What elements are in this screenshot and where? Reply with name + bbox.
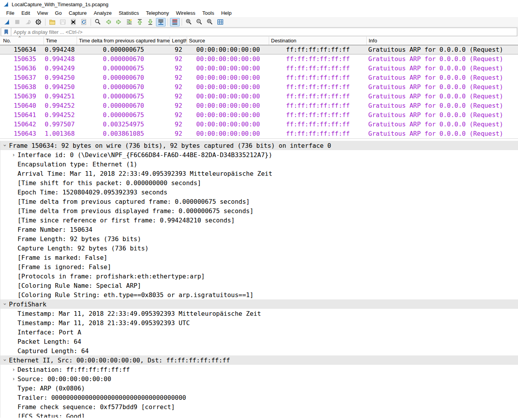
detail-field[interactable]: Packet Length: 64 — [0, 337, 518, 346]
column-header-time[interactable]: Time — [44, 37, 77, 45]
restart-capture-button — [23, 18, 33, 26]
menu-edit[interactable]: Edit — [18, 9, 33, 17]
column-header-length[interactable]: Length — [170, 37, 187, 45]
cell-no: 150635 — [0, 54, 44, 64]
collapsed-arrow-icon[interactable]: › — [10, 374, 17, 383]
close-file-button[interactable] — [68, 18, 78, 26]
column-header-no[interactable]: No. — [0, 37, 44, 45]
detail-text: [Protocols in frame: profishark:eth:ethe… — [17, 273, 205, 280]
toolbar-separator — [182, 19, 182, 26]
detail-text: Timestamp: Mar 11, 2018 22:33:49.0953923… — [17, 310, 261, 317]
display-filter-input[interactable] — [11, 28, 517, 36]
packet-row[interactable]: 1506390.9942510.0000006759200:00:00:00:0… — [0, 92, 518, 101]
go-forward-icon — [116, 19, 122, 25]
detail-text: Frame check sequence: 0xf577bdd9 [correc… — [17, 403, 175, 411]
detail-field[interactable]: Epoch Time: 1520804029.095392393 seconds — [0, 187, 518, 197]
detail-section-header[interactable]: ›Frame 150634: 92 bytes on wire (736 bit… — [0, 141, 518, 150]
go-forward-button[interactable] — [114, 18, 124, 26]
detail-field[interactable]: Timestamp: Mar 11, 2018 22:33:49.0953923… — [0, 309, 518, 318]
collapsed-arrow-icon[interactable]: › — [10, 150, 17, 159]
detail-field[interactable]: Frame Number: 150634 — [0, 225, 518, 234]
expanded-arrow-icon[interactable]: › — [2, 141, 8, 150]
detail-field[interactable]: [Frame is ignored: False] — [0, 262, 518, 271]
resize-columns-button[interactable] — [215, 18, 225, 26]
capture-options-button[interactable] — [33, 18, 43, 26]
find-packet-button[interactable] — [93, 18, 103, 26]
menu-go[interactable]: Go — [51, 9, 65, 17]
detail-field[interactable]: Capture Length: 92 bytes (736 bits) — [0, 243, 518, 253]
cell-length: 92 — [170, 54, 187, 64]
detail-field[interactable]: [Frame is marked: False] — [0, 253, 518, 262]
menu-view[interactable]: View — [33, 9, 51, 17]
detail-field[interactable]: [Time delta from previous captured frame… — [0, 197, 518, 206]
packet-row[interactable]: 1506350.9942480.0000006709200:00:00:00:0… — [0, 54, 518, 64]
detail-field[interactable]: Arrival Time: Mar 11, 2018 22:33:49.0953… — [0, 169, 518, 178]
packet-row[interactable]: 1506410.9942520.0000006759200:00:00:00:0… — [0, 110, 518, 120]
detail-field[interactable]: Encapsulation type: Ethernet (1) — [0, 159, 518, 169]
menu-help[interactable]: Help — [218, 9, 235, 17]
go-back-button[interactable] — [103, 18, 113, 26]
detail-field[interactable]: Interface: Port A — [0, 327, 518, 337]
detail-text: Packet Length: 64 — [17, 338, 81, 345]
collapsed-arrow-icon[interactable]: › — [10, 365, 17, 374]
cell-info: Gratuitous ARP for 0.0.0.0 (Request) — [367, 82, 518, 92]
detail-section-header[interactable]: ›Ethernet II, Src: 00:00:00:00:00:00, Ds… — [0, 355, 518, 365]
menu-file[interactable]: File — [3, 9, 18, 17]
filter-bar — [0, 27, 518, 37]
detail-section-header[interactable]: ›ProfiShark — [0, 299, 518, 309]
column-header-destination[interactable]: Destination — [269, 37, 367, 45]
detail-field[interactable]: [Time delta from previous displayed fram… — [0, 206, 518, 215]
detail-field[interactable]: [Time since reference or first frame: 0.… — [0, 215, 518, 225]
window-title: LocalCapture_With_Timestamp_1s.pcapng — [12, 2, 108, 7]
packet-row[interactable]: 1506360.9942490.0000006759200:00:00:00:0… — [0, 64, 518, 73]
open-file-button[interactable] — [47, 18, 57, 26]
detail-field[interactable]: Trailer: 0000000000000000000000000000000… — [0, 393, 518, 402]
auto-scroll-button[interactable] — [156, 18, 166, 26]
menu-wireless[interactable]: Wireless — [172, 9, 199, 17]
detail-field[interactable]: Type: ARP (0x0806) — [0, 383, 518, 393]
detail-field[interactable]: [Coloring Rule String: eth.type==0x8035 … — [0, 290, 518, 299]
detail-field[interactable]: Timestamp: Mar 11, 2018 21:33:49.0953923… — [0, 318, 518, 327]
go-last-packet-button[interactable] — [145, 18, 155, 26]
packet-row[interactable]: 1506380.9942500.0000006709200:00:00:00:0… — [0, 82, 518, 92]
detail-text: Timestamp: Mar 11, 2018 21:33:49.0953923… — [17, 319, 190, 327]
colorize-packets-button[interactable] — [170, 18, 180, 26]
detail-field[interactable]: ›Interface id: 0 (\Device\NPF_{F6C66D84-… — [0, 150, 518, 159]
go-to-packet-button[interactable] — [124, 18, 134, 26]
zoom-out-button[interactable] — [194, 18, 204, 26]
detail-field[interactable]: Captured Length: 64 — [0, 346, 518, 355]
detail-field[interactable]: Frame Length: 92 bytes (736 bits) — [0, 234, 518, 243]
packet-row[interactable]: 1506400.9942520.0000006709200:00:00:00:0… — [0, 101, 518, 110]
column-header-info[interactable]: Info — [367, 37, 518, 45]
menu-telephony[interactable]: Telephony — [142, 9, 172, 17]
zoom-in-button[interactable] — [184, 18, 194, 26]
detail-field[interactable]: [Time shift for this packet: 0.000000000… — [0, 178, 518, 187]
detail-field[interactable]: [FCS Status: Good] — [0, 411, 518, 418]
reload-file-button[interactable] — [79, 18, 89, 26]
packet-row[interactable]: 1506420.9975070.0032549759200:00:00:00:0… — [0, 120, 518, 129]
column-header-source[interactable]: Source — [187, 37, 269, 45]
detail-field[interactable]: ›Source: 00:00:00:00:00:00 — [0, 374, 518, 383]
filter-bookmark-button[interactable] — [1, 28, 11, 36]
cell-destination: ff:ff:ff:ff:ff:ff — [269, 54, 367, 64]
detail-field[interactable]: ›Destination: ff:ff:ff:ff:ff:ff — [0, 365, 518, 374]
detail-field[interactable]: Frame check sequence: 0xf577bdd9 [correc… — [0, 402, 518, 411]
expanded-arrow-icon[interactable]: › — [2, 355, 8, 365]
menu-tools[interactable]: Tools — [199, 9, 217, 17]
menu-statistics[interactable]: Statistics — [115, 9, 142, 17]
packet-row[interactable]: 1506340.9942480.0000006759200:00:00:00:0… — [0, 45, 518, 54]
column-header-time-delta-from-previous-captured-frame[interactable]: Time delta from previous captured frame — [77, 37, 170, 45]
auto-scroll-icon — [158, 19, 164, 25]
menu-analyze[interactable]: Analyze — [90, 9, 115, 17]
detail-field[interactable]: [Protocols in frame: profishark:eth:ethe… — [0, 271, 518, 281]
cell-time: 0.994252 — [44, 110, 77, 120]
packet-row[interactable]: 1506431.0013680.0038610859200:00:00:00:0… — [0, 129, 518, 138]
expanded-arrow-icon[interactable]: › — [2, 299, 8, 309]
start-capture-button[interactable] — [2, 18, 12, 26]
menu-capture[interactable]: Capture — [65, 9, 90, 17]
cell-delta: 0.000000670 — [77, 54, 170, 64]
zoom-normal-button[interactable] — [205, 18, 215, 26]
detail-field[interactable]: [Coloring Rule Name: Special ARP] — [0, 281, 518, 290]
packet-row[interactable]: 1506370.9942500.0000006709200:00:00:00:0… — [0, 73, 518, 82]
go-first-packet-button[interactable] — [135, 18, 145, 26]
